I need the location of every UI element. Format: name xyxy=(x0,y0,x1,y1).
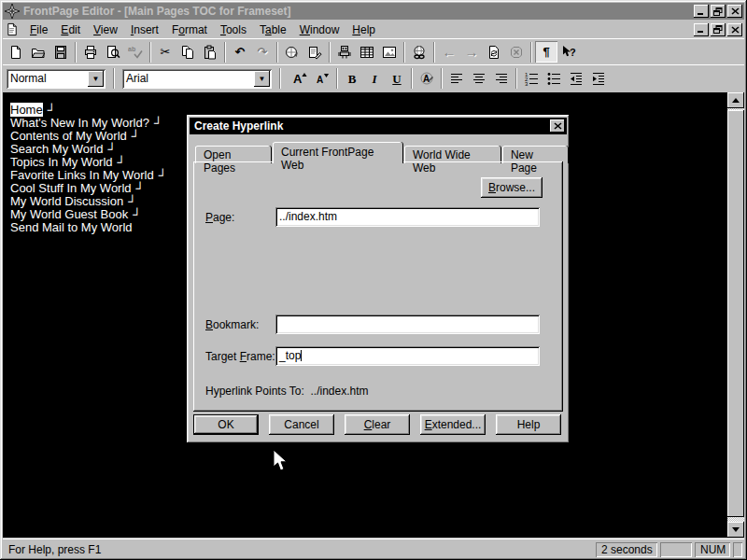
toolbar-separator xyxy=(113,68,115,89)
close-button[interactable] xyxy=(727,5,742,18)
menu-file[interactable]: File xyxy=(23,21,54,38)
scrollbar-thumb[interactable] xyxy=(727,110,744,517)
doc-link-send-mail[interactable]: Send Mail to My World xyxy=(10,221,167,234)
numbered-list-button[interactable]: 123 xyxy=(520,68,543,90)
font-combo[interactable]: Arial ▼ xyxy=(122,69,272,89)
increase-indent-icon xyxy=(591,71,606,86)
align-left-button[interactable] xyxy=(445,68,468,90)
bold-icon: B xyxy=(348,73,357,85)
scroll-up-button[interactable] xyxy=(727,92,744,108)
frontpage-editor-window: FrontPage Editor - [Main Pages TOC for F… xyxy=(0,0,747,560)
copy-button[interactable] xyxy=(176,41,199,63)
increase-text-size-button[interactable]: A xyxy=(289,68,311,90)
toolbar-separator xyxy=(530,42,532,63)
restore-button[interactable] xyxy=(711,5,726,18)
menu-table[interactable]: Table xyxy=(253,21,293,38)
open-folder-icon xyxy=(31,45,46,60)
show-frontpage-explorer-button[interactable] xyxy=(281,41,303,63)
menu-edit[interactable]: Edit xyxy=(54,21,87,38)
new-page-button[interactable] xyxy=(5,41,27,63)
open-button[interactable] xyxy=(27,41,49,63)
dialog-close-button[interactable] xyxy=(550,119,565,133)
doc-link-topics[interactable]: Topics In My World┘ xyxy=(10,156,167,169)
print-preview-button[interactable] xyxy=(102,41,124,63)
ok-button[interactable]: OK xyxy=(193,414,259,435)
insert-webbot-button[interactable] xyxy=(333,41,356,63)
decrease-text-size-button[interactable]: A xyxy=(311,68,333,90)
font-dropdown-arrow-icon[interactable]: ▼ xyxy=(254,71,270,87)
doc-link-favorite-links[interactable]: Favorite Links In My World┘ xyxy=(10,169,167,182)
underline-button[interactable]: U xyxy=(386,68,408,90)
bold-button[interactable]: B xyxy=(341,68,363,90)
refresh-button[interactable] xyxy=(483,41,505,63)
save-button[interactable] xyxy=(49,41,72,63)
title-bar[interactable]: FrontPage Editor - [Main Pages TOC for F… xyxy=(3,3,744,20)
menu-tools[interactable]: Tools xyxy=(214,21,253,38)
tab-current-frontpage-web[interactable]: Current FrontPage Web xyxy=(273,142,403,163)
clear-button[interactable]: Clear xyxy=(345,414,410,435)
scroll-down-arrow-icon xyxy=(732,527,740,532)
back-button[interactable]: ← xyxy=(438,41,460,63)
menu-help[interactable]: Help xyxy=(345,21,382,38)
cancel-button[interactable]: Cancel xyxy=(269,414,334,435)
help-button[interactable]: Help xyxy=(496,414,561,435)
bulleted-list-button[interactable] xyxy=(543,68,565,90)
extended-button[interactable]: Extended... xyxy=(420,414,486,435)
create-hyperlink-button[interactable] xyxy=(408,41,430,63)
doc-link-search[interactable]: Search My World┘ xyxy=(10,143,167,156)
undo-button[interactable]: ↶ xyxy=(229,41,251,63)
minimize-button[interactable] xyxy=(694,5,709,18)
style-dropdown-arrow-icon[interactable]: ▼ xyxy=(88,71,104,87)
line-break-mark: ┘ xyxy=(132,129,140,143)
svg-text:A: A xyxy=(317,75,323,85)
print-button[interactable] xyxy=(79,41,102,63)
stop-icon xyxy=(509,45,524,60)
align-center-button[interactable] xyxy=(468,68,490,90)
back-arrow-icon: ← xyxy=(443,45,457,59)
text-color-button[interactable]: A xyxy=(416,68,438,90)
menu-view[interactable]: View xyxy=(87,21,124,38)
doc-link-discussion[interactable]: My World Discussion┘ xyxy=(10,195,167,208)
cut-button[interactable]: ✂ xyxy=(154,41,176,63)
check-spelling-button[interactable]: ab xyxy=(124,41,147,63)
menu-insert[interactable]: Insert xyxy=(124,21,165,38)
stop-button[interactable] xyxy=(505,41,528,63)
document-close-button[interactable] xyxy=(727,23,742,36)
document-text: Home┘ What's New In My World?┘ Contents … xyxy=(10,104,167,234)
italic-button[interactable]: I xyxy=(363,68,386,90)
menu-window[interactable]: Window xyxy=(293,21,346,38)
image-icon xyxy=(382,45,397,60)
help-pointer-button[interactable]: ? xyxy=(557,41,580,63)
doc-link-cool-stuff[interactable]: Cool Stuff In My World┘ xyxy=(10,182,167,195)
dialog-tab-strip: Open Pages Current FrontPage Web World W… xyxy=(195,144,570,163)
document-minimize-button[interactable] xyxy=(694,23,709,36)
dialog-title-bar[interactable]: Create Hyperlink xyxy=(190,118,567,134)
insert-image-button[interactable] xyxy=(378,41,401,63)
document-system-icon[interactable] xyxy=(5,22,20,36)
decrease-text-size-icon: A xyxy=(315,71,330,86)
svg-text:?: ? xyxy=(570,47,576,58)
redo-button[interactable]: ↷ xyxy=(251,41,274,63)
paragraph-style-value: Normal xyxy=(7,69,86,89)
menu-format[interactable]: Format xyxy=(165,21,214,38)
paste-button[interactable] xyxy=(199,41,221,63)
line-break-mark: ┘ xyxy=(133,207,141,221)
increase-indent-button[interactable] xyxy=(587,68,610,90)
decrease-indent-button[interactable] xyxy=(565,68,587,90)
doc-link-contents[interactable]: Contents of My World┘ xyxy=(10,130,167,143)
paragraph-style-combo[interactable]: Normal ▼ xyxy=(7,69,106,89)
insert-table-button[interactable] xyxy=(356,41,378,63)
check-spelling-icon: ab xyxy=(128,45,143,60)
doc-link-whats-new[interactable]: What's New In My World?┘ xyxy=(10,117,167,130)
show-todo-list-button[interactable] xyxy=(303,41,326,63)
scroll-down-button[interactable] xyxy=(727,522,744,538)
doc-link-home[interactable]: Home┘ xyxy=(10,104,167,117)
align-right-button[interactable] xyxy=(490,68,513,90)
show-format-marks-button[interactable]: ¶ xyxy=(535,41,557,63)
doc-link-guest-book[interactable]: My World Guest Book┘ xyxy=(10,208,167,221)
line-break-mark: ┘ xyxy=(118,155,126,169)
forward-button[interactable]: → xyxy=(460,41,483,63)
toolbar-separator xyxy=(279,68,281,89)
vertical-scrollbar[interactable] xyxy=(727,92,744,538)
document-restore-button[interactable] xyxy=(711,23,726,36)
